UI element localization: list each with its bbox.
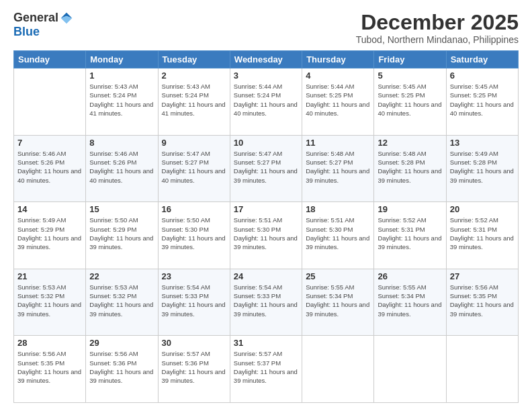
day-number: 12	[378, 138, 442, 148]
calendar-cell	[374, 336, 446, 403]
logo-general-text: General	[13, 11, 58, 25]
calendar-cell: 5Sunrise: 5:45 AMSunset: 5:25 PMDaylight…	[374, 68, 446, 136]
cell-info: Sunrise: 5:55 AMSunset: 5:34 PMDaylight:…	[306, 283, 370, 318]
calendar-week-1: 1Sunrise: 5:43 AMSunset: 5:24 PMDaylight…	[14, 68, 519, 136]
cell-info: Sunrise: 5:54 AMSunset: 5:33 PMDaylight:…	[162, 283, 226, 318]
day-number: 25	[306, 271, 370, 281]
day-number: 19	[378, 204, 442, 214]
calendar-cell: 1Sunrise: 5:43 AMSunset: 5:24 PMDaylight…	[86, 68, 158, 136]
calendar-cell: 15Sunrise: 5:50 AMSunset: 5:29 PMDayligh…	[86, 202, 158, 269]
page: General Blue December 2025 Tubod, Northe…	[0, 0, 532, 411]
calendar-cell: 3Sunrise: 5:44 AMSunset: 5:24 PMDaylight…	[230, 68, 302, 136]
cell-info: Sunrise: 5:51 AMSunset: 5:30 PMDaylight:…	[306, 216, 370, 251]
day-number: 8	[89, 138, 154, 148]
day-number: 4	[306, 71, 370, 81]
calendar-cell: 4Sunrise: 5:44 AMSunset: 5:25 PMDaylight…	[302, 68, 374, 136]
cell-info: Sunrise: 5:52 AMSunset: 5:31 PMDaylight:…	[378, 216, 442, 251]
day-number: 10	[234, 138, 298, 148]
cell-info: Sunrise: 5:43 AMSunset: 5:24 PMDaylight:…	[162, 82, 226, 118]
calendar-cell: 17Sunrise: 5:51 AMSunset: 5:30 PMDayligh…	[230, 202, 302, 269]
calendar-week-5: 28Sunrise: 5:56 AMSunset: 5:35 PMDayligh…	[14, 336, 519, 403]
day-number: 31	[234, 338, 298, 348]
day-header-saturday: Saturday	[446, 51, 518, 68]
cell-info: Sunrise: 5:45 AMSunset: 5:25 PMDaylight:…	[450, 82, 515, 118]
calendar-cell: 30Sunrise: 5:57 AMSunset: 5:36 PMDayligh…	[158, 336, 230, 403]
cell-info: Sunrise: 5:48 AMSunset: 5:28 PMDaylight:…	[378, 149, 442, 185]
calendar-cell: 14Sunrise: 5:49 AMSunset: 5:29 PMDayligh…	[14, 202, 86, 269]
calendar-cell: 22Sunrise: 5:53 AMSunset: 5:32 PMDayligh…	[86, 269, 158, 336]
calendar-cell	[14, 68, 86, 136]
day-number: 14	[17, 204, 82, 214]
calendar-cell: 12Sunrise: 5:48 AMSunset: 5:28 PMDayligh…	[374, 135, 446, 202]
day-number: 2	[162, 71, 226, 81]
cell-info: Sunrise: 5:47 AMSunset: 5:27 PMDaylight:…	[162, 149, 226, 185]
cell-info: Sunrise: 5:47 AMSunset: 5:27 PMDaylight:…	[234, 149, 298, 185]
calendar-cell: 13Sunrise: 5:49 AMSunset: 5:28 PMDayligh…	[446, 135, 518, 202]
day-number: 26	[378, 271, 442, 281]
title-block: December 2025 Tubod, Northern Mindanao, …	[356, 11, 519, 45]
calendar-header-row: SundayMondayTuesdayWednesdayThursdayFrid…	[14, 51, 519, 68]
day-number: 23	[162, 271, 226, 281]
cell-info: Sunrise: 5:49 AMSunset: 5:28 PMDaylight:…	[450, 149, 515, 185]
day-number: 20	[450, 204, 515, 214]
calendar-cell: 2Sunrise: 5:43 AMSunset: 5:24 PMDaylight…	[158, 68, 230, 136]
calendar-cell: 29Sunrise: 5:56 AMSunset: 5:36 PMDayligh…	[86, 336, 158, 403]
logo: General Blue	[13, 11, 73, 39]
day-header-monday: Monday	[86, 51, 158, 68]
calendar-cell: 7Sunrise: 5:46 AMSunset: 5:26 PMDaylight…	[14, 135, 86, 202]
day-header-wednesday: Wednesday	[230, 51, 302, 68]
month-title: December 2025	[356, 11, 519, 34]
cell-info: Sunrise: 5:48 AMSunset: 5:27 PMDaylight:…	[306, 149, 370, 185]
cell-info: Sunrise: 5:57 AMSunset: 5:36 PMDaylight:…	[162, 349, 226, 385]
calendar-cell: 10Sunrise: 5:47 AMSunset: 5:27 PMDayligh…	[230, 135, 302, 202]
cell-info: Sunrise: 5:53 AMSunset: 5:32 PMDaylight:…	[17, 283, 82, 318]
day-number: 27	[450, 271, 515, 281]
day-number: 29	[89, 338, 154, 348]
calendar-cell: 31Sunrise: 5:57 AMSunset: 5:37 PMDayligh…	[230, 336, 302, 403]
calendar-cell: 25Sunrise: 5:55 AMSunset: 5:34 PMDayligh…	[302, 269, 374, 336]
calendar-cell	[302, 336, 374, 403]
calendar-cell: 27Sunrise: 5:56 AMSunset: 5:35 PMDayligh…	[446, 269, 518, 336]
day-number: 16	[162, 204, 226, 214]
day-header-friday: Friday	[374, 51, 446, 68]
cell-info: Sunrise: 5:56 AMSunset: 5:35 PMDaylight:…	[450, 283, 515, 318]
calendar-cell: 26Sunrise: 5:55 AMSunset: 5:34 PMDayligh…	[374, 269, 446, 336]
cell-info: Sunrise: 5:57 AMSunset: 5:37 PMDaylight:…	[234, 349, 298, 385]
calendar-cell: 18Sunrise: 5:51 AMSunset: 5:30 PMDayligh…	[302, 202, 374, 269]
cell-info: Sunrise: 5:50 AMSunset: 5:30 PMDaylight:…	[162, 216, 226, 251]
logo-icon	[60, 11, 73, 25]
calendar-cell	[446, 336, 518, 403]
calendar-cell: 23Sunrise: 5:54 AMSunset: 5:33 PMDayligh…	[158, 269, 230, 336]
calendar-week-3: 14Sunrise: 5:49 AMSunset: 5:29 PMDayligh…	[14, 202, 519, 269]
calendar-cell: 6Sunrise: 5:45 AMSunset: 5:25 PMDaylight…	[446, 68, 518, 136]
day-number: 18	[306, 204, 370, 214]
calendar-cell: 19Sunrise: 5:52 AMSunset: 5:31 PMDayligh…	[374, 202, 446, 269]
calendar-table: SundayMondayTuesdayWednesdayThursdayFrid…	[13, 50, 519, 403]
calendar-cell: 9Sunrise: 5:47 AMSunset: 5:27 PMDaylight…	[158, 135, 230, 202]
calendar-cell: 8Sunrise: 5:46 AMSunset: 5:26 PMDaylight…	[86, 135, 158, 202]
logo-blue-text: Blue	[13, 25, 40, 39]
calendar-cell: 24Sunrise: 5:54 AMSunset: 5:33 PMDayligh…	[230, 269, 302, 336]
day-number: 15	[89, 204, 154, 214]
day-number: 28	[17, 338, 82, 348]
cell-info: Sunrise: 5:51 AMSunset: 5:30 PMDaylight:…	[234, 216, 298, 251]
calendar-cell: 28Sunrise: 5:56 AMSunset: 5:35 PMDayligh…	[14, 336, 86, 403]
cell-info: Sunrise: 5:53 AMSunset: 5:32 PMDaylight:…	[89, 283, 154, 318]
day-header-thursday: Thursday	[302, 51, 374, 68]
day-number: 13	[450, 138, 515, 148]
cell-info: Sunrise: 5:50 AMSunset: 5:29 PMDaylight:…	[89, 216, 154, 251]
day-number: 22	[89, 271, 154, 281]
cell-info: Sunrise: 5:44 AMSunset: 5:24 PMDaylight:…	[234, 82, 298, 118]
cell-info: Sunrise: 5:44 AMSunset: 5:25 PMDaylight:…	[306, 82, 370, 118]
calendar-week-4: 21Sunrise: 5:53 AMSunset: 5:32 PMDayligh…	[14, 269, 519, 336]
location-title: Tubod, Northern Mindanao, Philippines	[356, 34, 519, 45]
cell-info: Sunrise: 5:49 AMSunset: 5:29 PMDaylight:…	[17, 216, 82, 251]
day-number: 6	[450, 71, 515, 81]
day-number: 5	[378, 71, 442, 81]
day-number: 17	[234, 204, 298, 214]
calendar-week-2: 7Sunrise: 5:46 AMSunset: 5:26 PMDaylight…	[14, 135, 519, 202]
cell-info: Sunrise: 5:43 AMSunset: 5:24 PMDaylight:…	[89, 82, 154, 118]
day-number: 30	[162, 338, 226, 348]
day-number: 1	[89, 71, 154, 81]
calendar-cell: 21Sunrise: 5:53 AMSunset: 5:32 PMDayligh…	[14, 269, 86, 336]
